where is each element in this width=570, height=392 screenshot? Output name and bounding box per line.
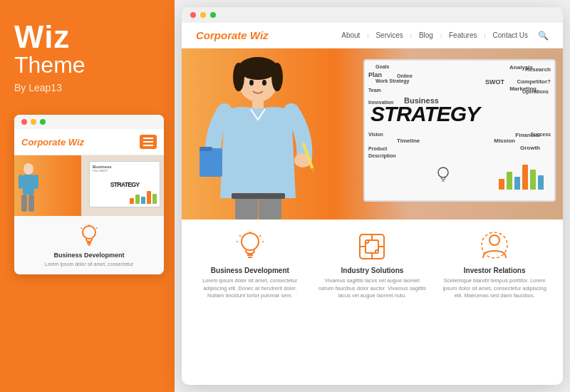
- svg-line-10: [81, 228, 83, 229]
- svg-point-48: [489, 235, 499, 245]
- mobile-feature-text: Lorem ipsum dolor sit amet, consectetur: [45, 261, 134, 267]
- strategy-text: STRATEGY: [370, 102, 480, 126]
- svg-rect-2: [21, 195, 27, 212]
- nav-features[interactable]: Features: [449, 31, 477, 39]
- desktop-preview-panel: Corporate Wiz About | Services | Blog | …: [182, 7, 563, 385]
- mobile-features-section: Business Development Lorem ipsum dolor s…: [14, 216, 164, 274]
- mobile-bulb-icon: [79, 225, 99, 247]
- feature-text-is: Vivamus sagittis lacus vel augue laoreet…: [317, 277, 428, 300]
- desktop-nav: Corporate Wiz About | Services | Blog | …: [182, 23, 563, 48]
- svg-line-35: [259, 235, 261, 237]
- svg-rect-26: [200, 148, 222, 177]
- svg-point-16: [249, 80, 254, 86]
- dot-yellow: [31, 119, 36, 125]
- mobile-whiteboard: STRATEGY Business Plan SWOT: [89, 161, 160, 207]
- dt-dot-red: [190, 12, 196, 18]
- dot-green: [40, 119, 46, 125]
- svg-line-11: [96, 228, 98, 229]
- svg-rect-25: [232, 193, 285, 199]
- feature-text-bd: Lorem ipsum dolor sit amet, consectetur …: [195, 277, 306, 300]
- nav-blog[interactable]: Blog: [419, 31, 433, 39]
- feature-business-development: Business Development Lorem ipsum dolor s…: [195, 231, 306, 300]
- theme-label: Theme: [14, 53, 86, 78]
- mobile-person-icon: [19, 160, 38, 216]
- mobile-nav: Corporate Wiz: [14, 129, 164, 155]
- bulb-icon-wrap: [234, 231, 266, 262]
- feature-title-bd: Business Development: [211, 267, 289, 274]
- mobile-feature-title: Business Development: [53, 252, 124, 259]
- industry-icon: [357, 232, 387, 262]
- feature-title-is: Industry Solutions: [341, 267, 404, 274]
- svg-point-0: [24, 163, 33, 175]
- wiz-title: Wiz: [14, 21, 70, 53]
- mobile-bulb-icon-wrap: [76, 223, 102, 249]
- svg-rect-27: [200, 147, 212, 151]
- dot-red: [21, 119, 27, 125]
- desktop-logo: Corporate Wiz: [196, 29, 269, 41]
- svg-point-17: [262, 80, 266, 86]
- mobile-logo-text: Corporate: [21, 137, 66, 148]
- desktop-hero: Goals Analysis Plan Online Research Comp…: [182, 48, 563, 220]
- dt-dot-green: [210, 12, 216, 18]
- hero-person-svg: [196, 56, 321, 220]
- features-row: Business Development Lorem ipsum dolor s…: [182, 220, 563, 307]
- svg-rect-3: [28, 195, 34, 212]
- bulb-icon: [237, 231, 264, 262]
- svg-point-14: [233, 63, 244, 91]
- mobile-menu-button[interactable]: [140, 135, 157, 149]
- author-label: By Leap13: [14, 82, 62, 93]
- industry-icon-wrap: [356, 231, 388, 262]
- svg-rect-39: [366, 240, 378, 253]
- svg-line-34: [239, 235, 241, 237]
- feature-investor-relations: Investor Relations Scelerisque blandit t…: [440, 231, 550, 300]
- dt-dot-yellow: [200, 12, 206, 18]
- nav-contact[interactable]: Contact Us: [493, 31, 528, 39]
- svg-point-6: [83, 226, 95, 239]
- svg-rect-5: [34, 175, 38, 189]
- wb-bulb-sketch: [436, 166, 450, 186]
- mobile-logo: Corporate Wiz: [21, 137, 84, 148]
- svg-point-30: [242, 233, 259, 250]
- mobile-hero-image: STRATEGY Business Plan SWOT: [14, 155, 164, 216]
- svg-rect-4: [19, 175, 23, 189]
- wb-barchart: [499, 158, 544, 190]
- mobile-barchart: [130, 188, 157, 204]
- desktop-nav-links: About | Services | Blog | Features | Con…: [341, 31, 549, 41]
- desktop-logo-italic: Wiz: [250, 29, 269, 41]
- feature-industry-solutions: Industry Solutions Vivamus sagittis lacu…: [317, 231, 428, 300]
- investor-icon: [480, 231, 509, 262]
- mobile-strategy-text: STRATEGY: [110, 181, 139, 188]
- desktop-top-bar: [182, 7, 563, 23]
- svg-rect-1: [23, 175, 34, 195]
- svg-point-15: [271, 63, 283, 91]
- mobile-preview-card: Corporate Wiz STRATEGY: [14, 115, 164, 274]
- mobile-top-bar: [14, 115, 164, 129]
- desktop-whiteboard: Goals Analysis Plan Online Research Comp…: [363, 59, 556, 202]
- feature-text-ir: Scelerisque blandit tempus porttitor. Lo…: [440, 277, 550, 300]
- mobile-logo-italic: Wiz: [66, 137, 84, 148]
- svg-point-28: [438, 167, 448, 177]
- feature-title-ir: Investor Relations: [464, 267, 526, 274]
- nav-about[interactable]: About: [341, 31, 360, 39]
- nav-services[interactable]: Services: [375, 31, 403, 39]
- search-icon[interactable]: 🔍: [538, 31, 549, 41]
- svg-marker-22: [311, 167, 315, 174]
- desktop-logo-text: Corporate: [196, 29, 247, 41]
- investor-icon-wrap: [479, 231, 510, 262]
- left-panel: Wiz Theme By Leap13 Corporate Wiz: [0, 0, 175, 392]
